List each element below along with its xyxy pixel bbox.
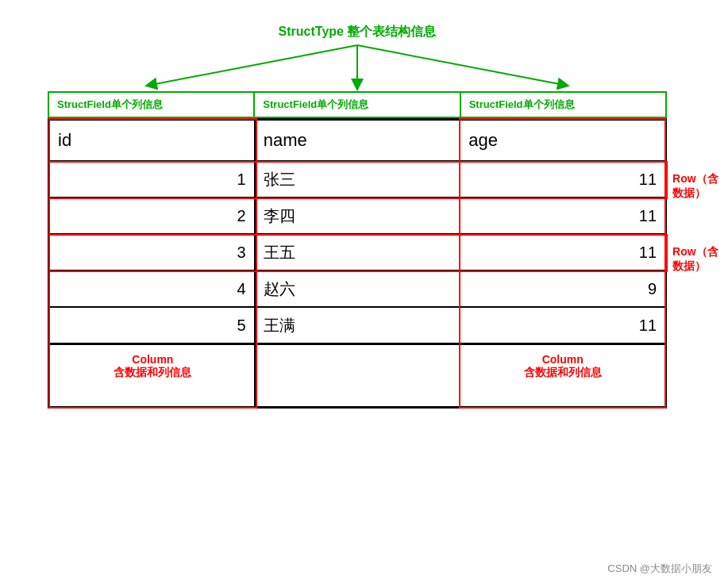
col-name-row: id name age: [48, 118, 667, 162]
cell-id-3: 4: [50, 271, 256, 306]
cell-name-0: 张三: [256, 162, 461, 197]
cell-id-4: 5: [50, 308, 256, 343]
cell-id-0: 1: [50, 162, 256, 197]
data-rows-wrapper: 1 张三 11 2 李四 11 3 王五 11 4 赵六 9 5 王满: [48, 162, 667, 409]
header-row: StructField单个列信息 StructField单个列信息 Struct…: [48, 91, 667, 118]
cell-age-2: 11: [460, 235, 664, 270]
page-container: StructType 整个表结构信息 StructField单个: [0, 0, 728, 587]
cell-age-3: 9: [460, 271, 664, 306]
table-row-4: 5 王满 11: [48, 308, 667, 345]
col-name-age: age: [460, 121, 664, 160]
cell-age-0: 11: [460, 162, 664, 197]
cell-id-2: 3: [50, 235, 256, 270]
table-row-3: 4 赵六 9: [48, 271, 667, 308]
header-cell-0: StructField单个列信息: [49, 93, 255, 117]
arrows-svg: [48, 44, 667, 91]
col-name-name: name: [256, 121, 461, 160]
struct-type-text: StructType 整个表结构信息: [279, 25, 437, 38]
struct-type-label: StructType 整个表结构信息: [48, 24, 667, 40]
table-row-1: 2 李四 11: [48, 198, 667, 235]
header-cell-1: StructField单个列信息: [255, 93, 460, 117]
cell-id-1: 2: [50, 198, 256, 233]
diagram-wrapper: StructType 整个表结构信息 StructField单个: [48, 24, 667, 409]
cell-name-3: 赵六: [256, 271, 461, 306]
watermark: CSDN @大数据小朋友: [607, 562, 712, 576]
svg-line-0: [151, 45, 357, 85]
header-cell-2: StructField单个列信息: [461, 93, 665, 117]
table-row-0: 1 张三 11: [48, 162, 667, 198]
arrows-container: [48, 44, 667, 91]
cell-name-2: 王五: [256, 235, 461, 270]
svg-line-2: [357, 45, 564, 85]
cell-age-4: 11: [460, 308, 664, 343]
cell-name-4: 王满: [256, 308, 461, 343]
table-row-2: 3 王五 11: [48, 235, 667, 271]
cell-name-1: 李四: [256, 198, 461, 233]
cell-age-1: 11: [460, 198, 664, 233]
col-name-id: id: [50, 121, 256, 160]
